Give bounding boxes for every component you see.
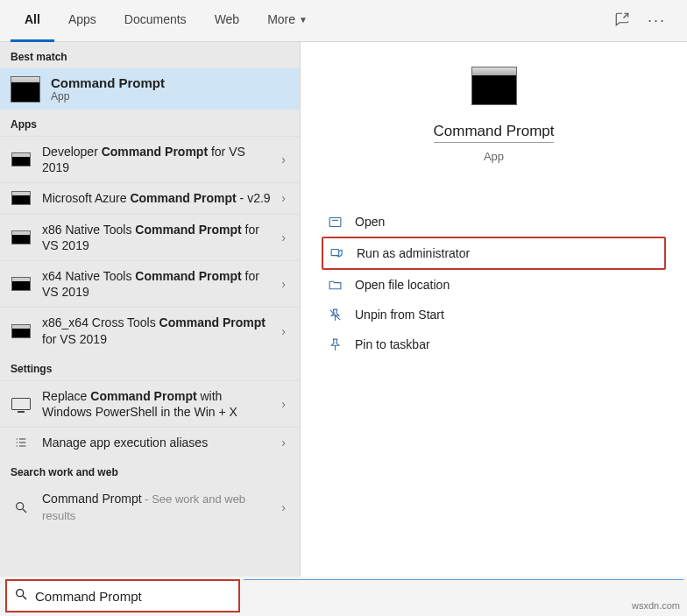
shield-admin-icon bbox=[329, 245, 344, 261]
folder-icon bbox=[327, 277, 343, 293]
focus-indicator bbox=[244, 579, 683, 581]
app-result-label: x86_x64 Cross Tools Command Prompt for V… bbox=[42, 315, 271, 346]
action-label: Pin to taskbar bbox=[355, 337, 430, 351]
settings-result[interactable]: Replace Command Prompt with Windows Powe… bbox=[0, 380, 300, 427]
section-best-match: Best match bbox=[0, 42, 300, 68]
pin-icon bbox=[327, 336, 343, 352]
preview-title[interactable]: Command Prompt bbox=[434, 123, 555, 143]
app-result[interactable]: x86_x64 Cross Tools Command Prompt for V… bbox=[0, 307, 300, 353]
chevron-right-icon[interactable]: › bbox=[281, 277, 289, 291]
open-icon bbox=[327, 214, 343, 230]
tab-more[interactable]: More▼ bbox=[253, 0, 322, 42]
chevron-right-icon[interactable]: › bbox=[281, 152, 289, 166]
search-icon bbox=[11, 499, 32, 515]
command-prompt-icon bbox=[11, 76, 40, 103]
section-apps: Apps bbox=[0, 110, 300, 136]
svg-point-13 bbox=[17, 590, 24, 597]
chevron-right-icon[interactable]: › bbox=[281, 230, 289, 244]
monitor-icon bbox=[11, 398, 31, 410]
svg-rect-9 bbox=[331, 249, 339, 255]
command-prompt-icon bbox=[11, 324, 31, 338]
search-icon bbox=[14, 587, 28, 605]
action-unpin-from-start[interactable]: Unpin from Start bbox=[322, 300, 666, 329]
action-open-file-location[interactable]: Open file location bbox=[322, 270, 666, 300]
chevron-right-icon[interactable]: › bbox=[281, 191, 289, 205]
tab-apps[interactable]: Apps bbox=[54, 0, 110, 42]
watermark: wsxdn.com bbox=[632, 600, 680, 611]
svg-rect-8 bbox=[329, 217, 341, 226]
results-list-pane: Best match Command Prompt App Apps Devel… bbox=[0, 42, 301, 577]
action-run-as-administrator[interactable]: Run as administrator bbox=[322, 237, 666, 270]
action-label: Run as administrator bbox=[357, 246, 470, 260]
preview-pane: Command Prompt App Open Run as administr… bbox=[301, 42, 687, 577]
settings-result-label: Manage app execution aliases bbox=[42, 435, 271, 450]
settings-result[interactable]: Manage app execution aliases › bbox=[0, 427, 300, 457]
command-prompt-icon bbox=[11, 152, 31, 166]
svg-line-14 bbox=[23, 596, 26, 599]
action-label: Open file location bbox=[355, 278, 450, 292]
web-result[interactable]: Command Prompt - See work and web result… bbox=[0, 484, 300, 531]
tab-all[interactable]: All bbox=[11, 0, 54, 42]
action-open[interactable]: Open bbox=[322, 207, 666, 237]
app-result-label: x64 Native Tools Command Prompt for VS 2… bbox=[42, 268, 271, 300]
tab-documents[interactable]: Documents bbox=[110, 0, 201, 42]
chevron-right-icon[interactable]: › bbox=[281, 324, 289, 338]
preview-actions: Open Run as administrator Open file loca… bbox=[301, 207, 687, 359]
search-tabs-bar: All Apps Documents Web More▼ ··· bbox=[0, 0, 687, 42]
command-prompt-icon bbox=[11, 277, 31, 291]
action-label: Unpin from Start bbox=[355, 308, 444, 322]
app-result[interactable]: x86 Native Tools Command Prompt for VS 2… bbox=[0, 214, 300, 260]
list-icon bbox=[11, 435, 32, 450]
command-prompt-icon bbox=[471, 67, 517, 105]
best-match-subtitle: App bbox=[51, 90, 165, 103]
search-results-main: Best match Command Prompt App Apps Devel… bbox=[0, 42, 687, 577]
search-box[interactable] bbox=[5, 579, 240, 612]
unpin-icon bbox=[327, 307, 343, 322]
chevron-right-icon[interactable]: › bbox=[281, 435, 289, 450]
chevron-down-icon: ▼ bbox=[299, 15, 308, 25]
preview-subtitle: App bbox=[301, 150, 687, 163]
app-result-label: x86 Native Tools Command Prompt for VS 2… bbox=[42, 222, 271, 253]
action-label: Open bbox=[355, 215, 385, 229]
app-result-label: Microsoft Azure Command Prompt - v2.9 bbox=[42, 190, 271, 206]
app-result[interactable]: Microsoft Azure Command Prompt - v2.9 › bbox=[0, 182, 300, 213]
app-result-label: Developer Command Prompt for VS 2019 bbox=[42, 144, 271, 175]
chevron-right-icon[interactable]: › bbox=[281, 500, 289, 514]
more-options-icon[interactable]: ··· bbox=[648, 11, 666, 30]
command-prompt-icon bbox=[11, 230, 31, 244]
command-prompt-icon bbox=[11, 191, 31, 205]
settings-result-label: Replace Command Prompt with Windows Powe… bbox=[42, 388, 271, 420]
app-result[interactable]: x64 Native Tools Command Prompt for VS 2… bbox=[0, 260, 300, 307]
section-settings: Settings bbox=[0, 354, 300, 380]
best-match-result[interactable]: Command Prompt App bbox=[0, 68, 300, 110]
search-input[interactable] bbox=[35, 589, 231, 604]
action-pin-to-taskbar[interactable]: Pin to taskbar bbox=[322, 329, 666, 359]
svg-line-7 bbox=[23, 509, 26, 513]
section-web: Search work and web bbox=[0, 457, 300, 484]
chevron-right-icon[interactable]: › bbox=[281, 397, 289, 411]
svg-point-6 bbox=[17, 503, 24, 510]
tab-web[interactable]: Web bbox=[201, 0, 254, 42]
best-match-title: Command Prompt bbox=[51, 75, 165, 90]
web-result-label: Command Prompt - See work and web result… bbox=[42, 491, 271, 524]
feedback-icon[interactable] bbox=[614, 11, 630, 31]
app-result[interactable]: Developer Command Prompt for VS 2019 › bbox=[0, 136, 300, 182]
